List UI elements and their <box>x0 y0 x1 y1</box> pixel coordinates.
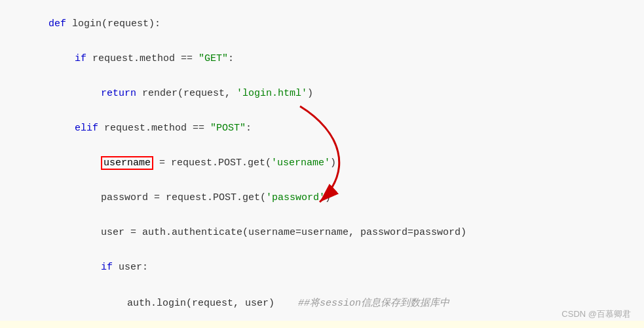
colon-elif: : <box>246 123 252 134</box>
code-line-6: password = request.POST.get('password') <box>0 180 644 215</box>
string-login-html-1: 'login.html' <box>237 88 307 99</box>
code-line-4: elif request.method == "POST": <box>0 111 644 146</box>
line-content-5: username = request.POST.get('username') <box>0 146 336 180</box>
code-line-1: def login(request): <box>0 7 644 41</box>
condition-get: request.method == <box>92 53 199 64</box>
string-get: "GET" <box>199 53 228 64</box>
keyword-return-1: return <box>101 88 142 99</box>
condition-post: request.method == <box>104 123 210 134</box>
code-editor: def login(request): if request.method ==… <box>0 0 644 328</box>
line-content-10: request.session["username"] = username | <box>0 321 359 328</box>
code-line-8: if user: <box>0 250 644 285</box>
code-line-5: username = request.POST.get('username') <box>0 146 644 180</box>
fn-render-1: render <box>142 88 178 99</box>
param-request: request <box>107 18 149 30</box>
code-line-2: if request.method == "GET": <box>0 41 644 76</box>
user-check: user: <box>119 262 148 273</box>
paren-username: ) <box>330 157 336 169</box>
string-password-key: 'password' <box>266 192 325 203</box>
func-name-login: login <box>72 18 102 30</box>
line-content-8: if user: <box>0 251 148 284</box>
paren-close: ): <box>149 18 161 30</box>
colon: : <box>228 53 234 64</box>
code-line-3: return render(request, 'login.html') <box>0 76 644 111</box>
line-content-9: auth.login(request, user) ##将session信息保存… <box>0 285 449 320</box>
line-content-1: def login(request): <box>0 7 161 41</box>
paren-render-1: ) <box>307 88 313 99</box>
line-content-6: password = request.POST.get('password') <box>0 181 331 215</box>
string-post: "POST" <box>210 123 246 134</box>
paren-password: ) <box>325 192 331 203</box>
line-content-3: return render(request, 'login.html') <box>0 77 313 110</box>
auth-login-call: auth.login(request, user) <box>127 298 298 309</box>
string-username-key: 'username' <box>271 157 330 169</box>
watermark: CSDN @百慕卿君 <box>561 308 631 320</box>
code-line-9: auth.login(request, user) ##将session信息保存… <box>0 285 644 321</box>
line-content-2: if request.method == "GET": <box>0 42 234 75</box>
keyword-elif: elif <box>75 123 104 134</box>
render-args-1: (request, <box>178 88 237 99</box>
assign-username: = request.POST.get( <box>153 157 271 169</box>
comment-session: ##将session信息保存到数据库中 <box>298 298 449 309</box>
line-content-7: user = auth.authenticate(username=userna… <box>0 216 466 249</box>
code-line-7: user = auth.authenticate(username=userna… <box>0 215 644 250</box>
keyword-def: def <box>48 18 72 30</box>
password-assign: password = request.POST.get( <box>101 192 266 203</box>
code-line-10: request.session["username"] = username | <box>0 321 644 328</box>
keyword-if: if <box>75 53 92 64</box>
line-content-4: elif request.method == "POST": <box>0 112 252 145</box>
keyword-if-user: if <box>101 262 119 273</box>
authenticate-call: user = auth.authenticate(username=userna… <box>101 227 466 238</box>
username-var-box-1: username <box>101 156 153 170</box>
paren: ( <box>102 18 107 30</box>
